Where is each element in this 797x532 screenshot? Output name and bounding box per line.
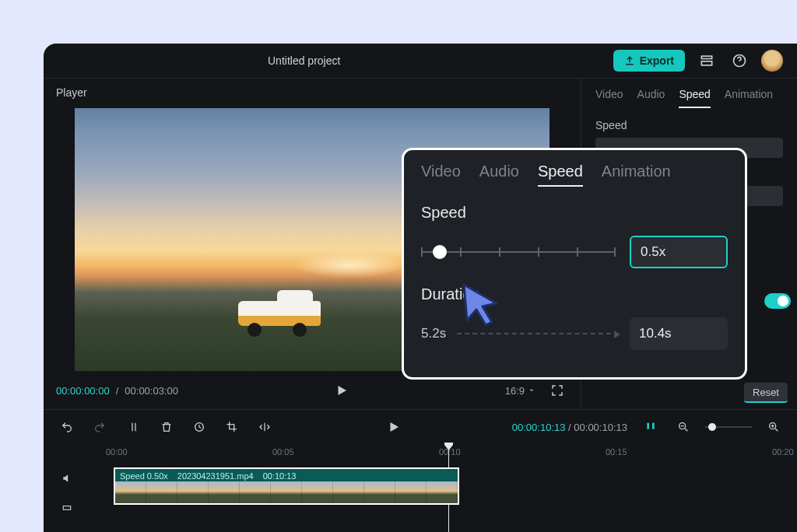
crop-icon[interactable] [221, 416, 243, 438]
side-tabs: Video Audio Speed Animation [581, 79, 797, 108]
undo-icon[interactable] [56, 416, 78, 438]
preview-time-current: 00:00:00:00 [56, 385, 110, 397]
svg-rect-5 [652, 423, 655, 429]
timeline-play-icon[interactable] [383, 416, 405, 438]
top-bar: Untitled project Export [44, 44, 797, 78]
player-label: Player [44, 79, 581, 107]
svg-rect-8 [63, 506, 70, 510]
speed-popup: Video Audio Speed Animation Speed 0.5x D… [402, 148, 747, 380]
volume-icon[interactable] [56, 467, 78, 489]
popup-tab-video[interactable]: Video [421, 163, 461, 187]
magnet-icon[interactable] [640, 416, 662, 438]
timeline-time: 00:00:10:13 / 00:00:10:13 [512, 422, 627, 433]
video-clip[interactable]: Speed 0.50x 202304231951.mp4 00:10:13 [114, 467, 459, 505]
speed-toggle[interactable] [764, 293, 791, 309]
avatar[interactable] [761, 50, 783, 72]
popup-speed-label: Speed [421, 204, 728, 222]
preview-time-total: 00:00:03:00 [125, 385, 178, 397]
clip-label: Speed 0.50x 202304231951.mp4 00:10:13 [120, 471, 296, 481]
flip-icon[interactable] [254, 416, 276, 438]
duration-to[interactable]: 10.4s [630, 317, 728, 350]
side-speed-label: Speed [595, 119, 783, 131]
timeline-ruler[interactable]: 00:00 00:05 00:10 00:15 00:20 [44, 444, 797, 461]
svg-rect-0 [701, 56, 711, 58]
timeline-panel: 00:00:10:13 / 00:00:10:13 00:00 00:05 00… [44, 409, 797, 532]
aspect-ratio-dropdown[interactable]: 16:9 [505, 385, 535, 397]
timeline-tracks: Speed 0.50x 202304231951.mp4 00:10:13 [44, 461, 797, 532]
reset-button[interactable]: Reset [744, 383, 788, 403]
upload-icon [624, 55, 635, 66]
tab-animation[interactable]: Animation [725, 88, 773, 108]
redo-icon[interactable] [89, 416, 111, 438]
export-label: Export [640, 54, 674, 67]
speed-slider[interactable] [421, 251, 616, 253]
export-button[interactable]: Export [613, 50, 685, 72]
play-icon[interactable] [331, 380, 353, 401]
tab-video[interactable]: Video [595, 88, 623, 108]
duration-from: 5.2s [421, 326, 446, 341]
trash-icon[interactable] [156, 416, 177, 438]
fullscreen-icon[interactable] [546, 380, 568, 401]
popup-tab-speed[interactable]: Speed [538, 163, 583, 187]
svg-rect-1 [701, 61, 711, 65]
split-icon[interactable] [123, 416, 145, 438]
cursor-icon [458, 280, 507, 330]
zoom-out-icon[interactable] [672, 416, 694, 438]
zoom-in-icon[interactable] [763, 416, 785, 438]
speed-ramp-icon[interactable] [188, 416, 210, 438]
collapse-icon[interactable] [56, 497, 78, 519]
help-icon[interactable] [729, 50, 750, 72]
project-title: Untitled project [268, 54, 340, 67]
speed-value-input[interactable]: 0.5x [630, 236, 728, 268]
duration-arrow-icon [457, 333, 619, 334]
timeline-toolbar: 00:00:10:13 / 00:00:10:13 [44, 410, 797, 444]
tab-speed[interactable]: Speed [679, 88, 710, 108]
zoom-slider[interactable] [705, 426, 752, 428]
tab-audio[interactable]: Audio [637, 88, 665, 108]
popup-tab-animation[interactable]: Animation [602, 163, 671, 187]
svg-rect-4 [647, 423, 649, 429]
shelf-icon[interactable] [696, 50, 718, 72]
popup-tab-audio[interactable]: Audio [479, 163, 519, 187]
speed-slider-thumb[interactable] [433, 245, 447, 259]
